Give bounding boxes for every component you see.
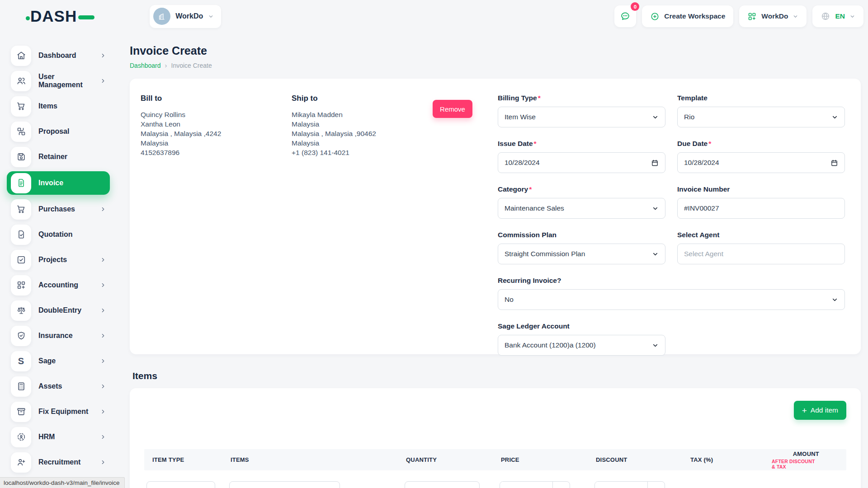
chevron-right-icon <box>100 282 106 288</box>
app-logo: DASH <box>30 7 94 25</box>
plus-circle-icon <box>650 12 660 21</box>
col-tax: TAX (%) <box>687 456 768 463</box>
invoice-form-fields: Billing Type* Item Wise Template Rio Iss… <box>498 94 845 354</box>
col-price: PRICE <box>497 456 592 463</box>
home-icon <box>11 46 31 66</box>
ship-to-phone: +1 (823) 141-4021 <box>292 148 433 157</box>
chevron-down-icon <box>831 114 838 121</box>
chevron-right-icon <box>100 434 106 440</box>
breadcrumb-dashboard-link[interactable]: Dashboard <box>130 62 161 69</box>
users-icon <box>11 71 31 91</box>
sidebar-item-accounting[interactable]: Accounting <box>7 274 110 296</box>
recurring-invoice-select[interactable]: No <box>498 289 845 310</box>
calendar-icon <box>651 159 659 167</box>
sidebar-item-items[interactable]: Items <box>7 95 110 117</box>
sidebar-item-retainer[interactable]: Retainer <box>7 146 110 168</box>
commission-plan-select[interactable]: Straight Commission Plan <box>498 244 665 264</box>
messages-button[interactable]: 0 <box>614 5 636 27</box>
create-workspace-button[interactable]: Create Workspace <box>642 5 733 27</box>
workspace-avatar <box>153 8 170 25</box>
items-section-heading: Items <box>132 371 861 381</box>
breadcrumb: Dashboard › Invoice Create <box>130 61 861 69</box>
breadcrumb-current: Invoice Create <box>171 62 212 69</box>
language-selector[interactable]: EN <box>812 5 863 27</box>
person-plus-icon <box>11 452 31 473</box>
items-input[interactable] <box>229 481 340 488</box>
status-bar: localhost/workdo-dash-v3/main_file/invoi… <box>0 477 125 488</box>
sidebar-item-assets[interactable]: Assets <box>7 375 110 397</box>
items-table-header: ITEM TYPE ITEMS QUANTITY PRICE DISCOUNT … <box>144 449 846 470</box>
select-agent-input[interactable] <box>677 244 845 264</box>
chevron-right-icon <box>100 307 106 314</box>
save-icon <box>11 147 31 167</box>
chevron-down-icon <box>652 251 659 258</box>
person-target-icon <box>11 427 31 447</box>
messages-badge: 0 <box>631 2 639 11</box>
cart-icon <box>11 199 31 220</box>
sidebar-item-user-management[interactable]: User Management <box>7 70 110 92</box>
item-type-select[interactable]: -- <box>146 481 215 488</box>
file-check-icon <box>11 225 31 245</box>
sage-ledger-select[interactable]: Bank Account (1200)a (1200) <box>498 335 665 356</box>
workspace-name: WorkDo <box>175 12 203 20</box>
chevron-right-icon <box>100 333 106 339</box>
sidebar-item-sage[interactable]: S Sage <box>7 350 110 372</box>
col-discount: DISCOUNT <box>592 456 687 463</box>
sidebar-item-proposal[interactable]: Proposal <box>7 121 110 142</box>
sidebar-item-hrm[interactable]: HRM <box>7 426 110 448</box>
sidebar-item-recruitment[interactable]: Recruitment <box>7 451 110 473</box>
quantity-input[interactable] <box>405 481 480 488</box>
top-header: DASH WorkDo 0 Create Workspace <box>0 0 868 33</box>
status-url: localhost/workdo-dash-v3/main_file/invoi… <box>4 479 120 486</box>
remove-button[interactable]: Remove <box>433 100 472 118</box>
bill-to-name: Quincy Rollins <box>141 110 292 119</box>
col-amount: AMOUNT AFTER DISCOUNT & TAX <box>768 450 846 469</box>
invoice-icon <box>11 173 31 193</box>
workspace-menu-button[interactable]: WorkDo <box>739 5 807 27</box>
price-input[interactable] <box>500 482 552 488</box>
add-item-button[interactable]: + Add item <box>794 401 846 420</box>
check-square-icon <box>11 250 31 270</box>
billing-type-label: Billing Type* <box>498 94 665 102</box>
chevron-right-icon <box>100 459 106 465</box>
chevron-down-icon <box>652 114 659 121</box>
sidebar-item-quotation[interactable]: Quotation <box>7 224 110 245</box>
template-select[interactable]: Rio <box>677 107 845 127</box>
chat-icon <box>620 11 631 22</box>
header-actions: 0 Create Workspace WorkDo EN <box>614 5 863 27</box>
category-label: Category* <box>498 185 665 193</box>
price-input-group: $ <box>500 481 570 488</box>
globe-icon <box>821 11 830 21</box>
archive-box-icon <box>11 402 31 422</box>
bill-to-phone: 4152637896 <box>141 148 292 157</box>
due-date-input[interactable]: 10/28/2024 <box>677 152 845 173</box>
invoice-number-input[interactable] <box>677 198 845 219</box>
billing-type-select[interactable]: Item Wise <box>498 107 665 127</box>
chevron-down-icon <box>849 14 855 19</box>
items-card: + Add item ITEM TYPE ITEMS QUANTITY PRIC… <box>130 388 861 488</box>
category-select[interactable]: Maintenance Sales <box>498 198 665 219</box>
workspace-selector[interactable]: WorkDo <box>150 5 221 28</box>
recurring-invoice-label: Recurring Invoice? <box>498 277 845 285</box>
discount-input[interactable] <box>595 482 647 488</box>
sidebar-item-insurance[interactable]: Insurance <box>7 325 110 347</box>
create-workspace-label: Create Workspace <box>664 12 725 20</box>
logo-accent-bar <box>78 15 94 19</box>
sidebar-item-invoice[interactable]: Invoice <box>7 171 110 195</box>
select-agent-label: Select Agent <box>677 231 845 239</box>
proposal-icon <box>11 122 31 142</box>
sidebar-item-projects[interactable]: Projects <box>7 249 110 271</box>
due-date-label: Due Date* <box>677 140 845 148</box>
issue-date-input[interactable]: 10/28/2024 <box>498 152 665 173</box>
chevron-down-icon <box>652 205 659 212</box>
template-label: Template <box>677 94 845 102</box>
grid-plus-icon <box>11 275 31 296</box>
sidebar-item-dashboard[interactable]: Dashboard <box>7 45 110 66</box>
page-title: Invoice Create <box>130 44 861 57</box>
sage-ledger-label: Sage Ledger Account <box>498 322 665 330</box>
building-icon <box>157 12 166 21</box>
calendar-icon <box>830 159 838 167</box>
sidebar-item-fix-equipment[interactable]: Fix Equipment <box>7 401 110 422</box>
sidebar-item-purchases[interactable]: Purchases <box>7 198 110 220</box>
sidebar-item-doubleentry[interactable]: DoubleEntry <box>7 300 110 321</box>
